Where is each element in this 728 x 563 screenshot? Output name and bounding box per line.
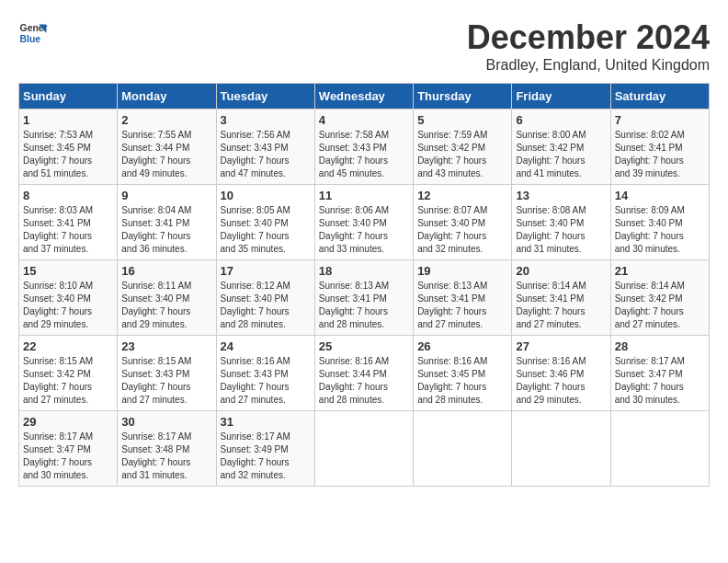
day-info: Sunrise: 7:59 AM Sunset: 3:42 PM Dayligh… bbox=[417, 129, 507, 180]
day-info: Sunrise: 8:17 AM Sunset: 3:47 PM Dayligh… bbox=[615, 355, 705, 407]
week-row-2: 8Sunrise: 8:03 AM Sunset: 3:41 PM Daylig… bbox=[19, 185, 710, 260]
day-info: Sunrise: 8:02 AM Sunset: 3:41 PM Dayligh… bbox=[615, 129, 705, 180]
day-info: Sunrise: 8:05 AM Sunset: 3:40 PM Dayligh… bbox=[221, 204, 311, 256]
day-number: 22 bbox=[23, 339, 113, 353]
day-info: Sunrise: 8:15 AM Sunset: 3:42 PM Dayligh… bbox=[23, 355, 113, 407]
day-cell: 3Sunrise: 7:56 AM Sunset: 3:43 PM Daylig… bbox=[216, 109, 314, 185]
day-info: Sunrise: 8:06 AM Sunset: 3:40 PM Dayligh… bbox=[319, 204, 409, 256]
day-number: 27 bbox=[516, 339, 606, 353]
day-cell: 23Sunrise: 8:15 AM Sunset: 3:43 PM Dayli… bbox=[118, 336, 216, 411]
day-cell: 2Sunrise: 7:55 AM Sunset: 3:44 PM Daylig… bbox=[118, 109, 216, 185]
day-info: Sunrise: 8:17 AM Sunset: 3:48 PM Dayligh… bbox=[121, 431, 211, 482]
day-cell: 9Sunrise: 8:04 AM Sunset: 3:41 PM Daylig… bbox=[118, 185, 216, 260]
day-number: 14 bbox=[615, 189, 705, 202]
day-number: 8 bbox=[23, 189, 113, 202]
day-cell: 13Sunrise: 8:08 AM Sunset: 3:40 PM Dayli… bbox=[512, 185, 610, 260]
day-cell: 10Sunrise: 8:05 AM Sunset: 3:40 PM Dayli… bbox=[216, 185, 314, 260]
day-number: 16 bbox=[121, 264, 211, 278]
day-cell: 31Sunrise: 8:17 AM Sunset: 3:49 PM Dayli… bbox=[216, 411, 314, 487]
day-cell: 30Sunrise: 8:17 AM Sunset: 3:48 PM Dayli… bbox=[118, 411, 216, 487]
day-number: 15 bbox=[23, 264, 113, 278]
header-tuesday: Tuesday bbox=[216, 84, 314, 109]
day-number: 12 bbox=[417, 189, 507, 202]
day-number: 19 bbox=[417, 264, 507, 278]
day-cell: 11Sunrise: 8:06 AM Sunset: 3:40 PM Dayli… bbox=[314, 185, 413, 260]
day-number: 31 bbox=[221, 415, 311, 429]
day-info: Sunrise: 8:07 AM Sunset: 3:40 PM Dayligh… bbox=[417, 204, 507, 256]
day-cell: 24Sunrise: 8:16 AM Sunset: 3:43 PM Dayli… bbox=[216, 336, 314, 411]
day-cell bbox=[512, 411, 610, 487]
day-info: Sunrise: 8:13 AM Sunset: 3:41 PM Dayligh… bbox=[417, 280, 507, 331]
day-cell: 18Sunrise: 8:13 AM Sunset: 3:41 PM Dayli… bbox=[314, 260, 413, 336]
day-number: 5 bbox=[417, 113, 507, 127]
day-number: 17 bbox=[221, 264, 311, 278]
title-section: December 2024 Bradley, England, United K… bbox=[467, 18, 710, 74]
day-info: Sunrise: 8:08 AM Sunset: 3:40 PM Dayligh… bbox=[516, 204, 606, 256]
month-title: December 2024 bbox=[467, 18, 710, 57]
week-row-3: 15Sunrise: 8:10 AM Sunset: 3:40 PM Dayli… bbox=[19, 260, 710, 336]
day-info: Sunrise: 7:55 AM Sunset: 3:44 PM Dayligh… bbox=[121, 129, 211, 180]
day-info: Sunrise: 7:53 AM Sunset: 3:45 PM Dayligh… bbox=[23, 129, 113, 180]
day-cell: 17Sunrise: 8:12 AM Sunset: 3:40 PM Dayli… bbox=[216, 260, 314, 336]
week-row-1: 1Sunrise: 7:53 AM Sunset: 3:45 PM Daylig… bbox=[19, 109, 710, 185]
day-info: Sunrise: 8:03 AM Sunset: 3:41 PM Dayligh… bbox=[23, 204, 113, 256]
day-number: 2 bbox=[121, 113, 211, 127]
day-info: Sunrise: 8:11 AM Sunset: 3:40 PM Dayligh… bbox=[121, 280, 211, 331]
day-info: Sunrise: 8:14 AM Sunset: 3:41 PM Dayligh… bbox=[516, 280, 606, 331]
day-info: Sunrise: 8:17 AM Sunset: 3:49 PM Dayligh… bbox=[221, 431, 311, 482]
day-cell: 15Sunrise: 8:10 AM Sunset: 3:40 PM Dayli… bbox=[19, 260, 118, 336]
day-cell: 6Sunrise: 8:00 AM Sunset: 3:42 PM Daylig… bbox=[512, 109, 610, 185]
calendar-table: SundayMondayTuesdayWednesdayThursdayFrid… bbox=[18, 83, 710, 487]
day-info: Sunrise: 8:16 AM Sunset: 3:46 PM Dayligh… bbox=[516, 355, 606, 407]
day-info: Sunrise: 8:13 AM Sunset: 3:41 PM Dayligh… bbox=[319, 280, 409, 331]
day-number: 1 bbox=[23, 113, 113, 127]
day-number: 18 bbox=[319, 264, 409, 278]
day-number: 4 bbox=[319, 113, 409, 127]
day-cell: 14Sunrise: 8:09 AM Sunset: 3:40 PM Dayli… bbox=[610, 185, 709, 260]
day-number: 3 bbox=[221, 113, 311, 127]
day-cell: 16Sunrise: 8:11 AM Sunset: 3:40 PM Dayli… bbox=[118, 260, 216, 336]
logo-icon: General Blue bbox=[18, 18, 48, 48]
day-cell: 19Sunrise: 8:13 AM Sunset: 3:41 PM Dayli… bbox=[414, 260, 512, 336]
day-number: 9 bbox=[121, 189, 211, 202]
day-info: Sunrise: 8:16 AM Sunset: 3:45 PM Dayligh… bbox=[417, 355, 507, 407]
day-cell bbox=[610, 411, 709, 487]
day-cell: 7Sunrise: 8:02 AM Sunset: 3:41 PM Daylig… bbox=[610, 109, 709, 185]
day-number: 23 bbox=[121, 339, 211, 353]
day-info: Sunrise: 7:56 AM Sunset: 3:43 PM Dayligh… bbox=[221, 129, 311, 180]
day-number: 21 bbox=[615, 264, 705, 278]
day-cell: 8Sunrise: 8:03 AM Sunset: 3:41 PM Daylig… bbox=[19, 185, 118, 260]
header-sunday: Sunday bbox=[19, 84, 118, 109]
day-cell: 27Sunrise: 8:16 AM Sunset: 3:46 PM Dayli… bbox=[512, 336, 610, 411]
svg-text:Blue: Blue bbox=[20, 34, 41, 44]
day-number: 29 bbox=[23, 415, 113, 429]
day-number: 10 bbox=[221, 189, 311, 202]
day-info: Sunrise: 8:16 AM Sunset: 3:43 PM Dayligh… bbox=[221, 355, 311, 407]
day-cell: 20Sunrise: 8:14 AM Sunset: 3:41 PM Dayli… bbox=[512, 260, 610, 336]
day-info: Sunrise: 8:15 AM Sunset: 3:43 PM Dayligh… bbox=[121, 355, 211, 407]
day-number: 30 bbox=[121, 415, 211, 429]
day-info: Sunrise: 8:12 AM Sunset: 3:40 PM Dayligh… bbox=[221, 280, 311, 331]
day-cell: 25Sunrise: 8:16 AM Sunset: 3:44 PM Dayli… bbox=[314, 336, 413, 411]
day-info: Sunrise: 8:14 AM Sunset: 3:42 PM Dayligh… bbox=[615, 280, 705, 331]
day-cell: 5Sunrise: 7:59 AM Sunset: 3:42 PM Daylig… bbox=[414, 109, 512, 185]
day-cell: 21Sunrise: 8:14 AM Sunset: 3:42 PM Dayli… bbox=[610, 260, 709, 336]
week-row-4: 22Sunrise: 8:15 AM Sunset: 3:42 PM Dayli… bbox=[19, 336, 710, 411]
day-number: 13 bbox=[516, 189, 606, 202]
day-number: 20 bbox=[516, 264, 606, 278]
day-number: 6 bbox=[516, 113, 606, 127]
day-info: Sunrise: 8:04 AM Sunset: 3:41 PM Dayligh… bbox=[121, 204, 211, 256]
day-number: 7 bbox=[615, 113, 705, 127]
header-monday: Monday bbox=[118, 84, 216, 109]
day-number: 25 bbox=[319, 339, 409, 353]
day-number: 24 bbox=[221, 339, 311, 353]
logo: General Blue bbox=[18, 18, 48, 48]
day-number: 11 bbox=[319, 189, 409, 202]
day-cell bbox=[414, 411, 512, 487]
header-row: SundayMondayTuesdayWednesdayThursdayFrid… bbox=[19, 84, 710, 109]
day-cell: 26Sunrise: 8:16 AM Sunset: 3:45 PM Dayli… bbox=[414, 336, 512, 411]
day-cell bbox=[314, 411, 413, 487]
day-info: Sunrise: 8:10 AM Sunset: 3:40 PM Dayligh… bbox=[23, 280, 113, 331]
day-info: Sunrise: 8:09 AM Sunset: 3:40 PM Dayligh… bbox=[615, 204, 705, 256]
header-thursday: Thursday bbox=[414, 84, 512, 109]
